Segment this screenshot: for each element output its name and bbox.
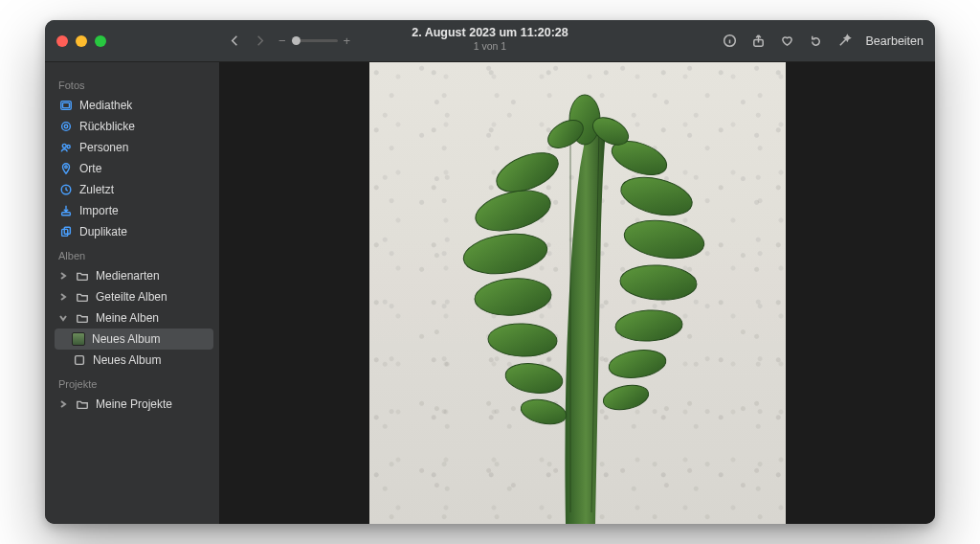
- sidebar-item-label: Orte: [79, 162, 101, 175]
- svg-point-4: [61, 123, 70, 131]
- sidebar-item-label: Importe: [79, 204, 119, 217]
- memories-icon: [58, 120, 73, 134]
- sidebar-item-label: Meine Alben: [96, 311, 159, 325]
- chevron-right-icon: [58, 292, 68, 302]
- sidebar-item-label: Personen: [79, 141, 128, 154]
- rotate-icon[interactable]: [809, 34, 824, 49]
- zoom-plus-label: +: [344, 34, 351, 48]
- photo-viewer[interactable]: [219, 62, 935, 524]
- svg-point-20: [519, 396, 568, 427]
- sidebar-item-label: Neues Album: [93, 353, 161, 367]
- recents-icon: [58, 183, 73, 197]
- places-icon: [58, 162, 73, 176]
- svg-point-24: [619, 263, 698, 302]
- svg-rect-13: [75, 356, 83, 365]
- folder-icon: [75, 397, 89, 412]
- section-projekte-label: Projekte: [58, 378, 213, 390]
- people-icon: [58, 141, 73, 155]
- sidebar-item-neues-album-1[interactable]: Neues Album: [55, 329, 213, 350]
- sidebar-item-label: Geteilte Alben: [96, 290, 167, 304]
- sidebar-item-label: Duplikate: [79, 225, 127, 238]
- edit-button[interactable]: Bearbeiten: [866, 34, 924, 48]
- photo-content: [369, 62, 786, 524]
- fullscreen-window-button[interactable]: [95, 35, 106, 47]
- chevron-down-icon: [58, 313, 68, 323]
- section-alben-label: Alben: [58, 250, 213, 261]
- svg-point-25: [614, 308, 683, 343]
- photos-app-window: − + 2. August 2023 um 11:20:28 1 von 1: [45, 20, 935, 524]
- info-icon[interactable]: [723, 34, 738, 49]
- plant-illustration: [369, 62, 786, 524]
- svg-point-15: [471, 184, 554, 238]
- svg-rect-10: [61, 213, 70, 215]
- svg-point-23: [621, 215, 705, 262]
- sidebar-item-geteilte-alben[interactable]: Geteilte Alben: [55, 286, 213, 307]
- sidebar-item-meine-projekte[interactable]: Meine Projekte: [55, 394, 213, 415]
- sidebar-item-rueckblicke[interactable]: Rückblicke: [55, 116, 213, 137]
- minimize-window-button[interactable]: [76, 35, 87, 47]
- svg-point-16: [460, 229, 549, 279]
- folder-icon: [75, 311, 89, 326]
- svg-point-18: [487, 323, 557, 357]
- sidebar-item-label: Mediathek: [79, 99, 132, 112]
- sidebar-item-label: Neues Album: [92, 332, 160, 346]
- svg-point-19: [503, 360, 565, 397]
- sidebar-item-importe[interactable]: Importe: [55, 200, 213, 221]
- sidebar-item-meine-alben[interactable]: Meine Alben: [55, 307, 213, 329]
- zoom-slider[interactable]: − +: [278, 34, 350, 48]
- svg-point-27: [601, 381, 651, 413]
- album-thumbnail-icon: [72, 332, 85, 346]
- folder-icon: [75, 269, 89, 283]
- album-empty-icon: [72, 353, 86, 368]
- svg-point-17: [473, 276, 551, 317]
- library-icon: [58, 99, 73, 113]
- forward-icon: [252, 34, 267, 49]
- svg-point-5: [64, 125, 68, 128]
- svg-point-22: [616, 170, 695, 221]
- chevron-right-icon: [58, 271, 68, 281]
- sidebar: Fotos Mediathek Rückblicke Personen Orte…: [45, 62, 219, 524]
- sidebar-item-mediathek[interactable]: Mediathek: [55, 95, 213, 116]
- enhance-icon[interactable]: [837, 34, 853, 49]
- svg-point-8: [64, 166, 66, 168]
- sidebar-item-medienarten[interactable]: Medienarten: [55, 265, 213, 286]
- sidebar-item-duplikate[interactable]: Duplikate: [55, 221, 213, 242]
- sidebar-item-personen[interactable]: Personen: [55, 137, 213, 158]
- svg-point-7: [67, 146, 70, 148]
- duplicates-icon: [58, 225, 73, 239]
- titlebar: − + 2. August 2023 um 11:20:28 1 von 1: [45, 20, 935, 62]
- section-fotos-label: Fotos: [58, 79, 213, 91]
- sidebar-item-label: Rückblicke: [79, 120, 135, 133]
- sidebar-item-label: Meine Projekte: [96, 397, 172, 411]
- svg-point-6: [62, 144, 66, 147]
- chevron-right-icon: [58, 399, 68, 409]
- sidebar-item-neues-album-2[interactable]: Neues Album: [55, 350, 213, 371]
- sidebar-item-label: Medienarten: [96, 269, 160, 283]
- imports-icon: [58, 204, 73, 218]
- folder-icon: [75, 290, 89, 305]
- sidebar-item-zuletzt[interactable]: Zuletzt: [55, 179, 213, 200]
- close-window-button[interactable]: [56, 35, 68, 47]
- share-icon[interactable]: [751, 34, 767, 49]
- sidebar-item-orte[interactable]: Orte: [55, 158, 213, 179]
- sidebar-item-label: Zuletzt: [79, 183, 114, 196]
- svg-point-26: [607, 347, 667, 381]
- svg-rect-3: [62, 102, 69, 107]
- zoom-minus-label: −: [278, 34, 286, 48]
- window-controls: [56, 35, 106, 47]
- back-icon[interactable]: [227, 34, 242, 49]
- favorite-icon[interactable]: [780, 34, 795, 49]
